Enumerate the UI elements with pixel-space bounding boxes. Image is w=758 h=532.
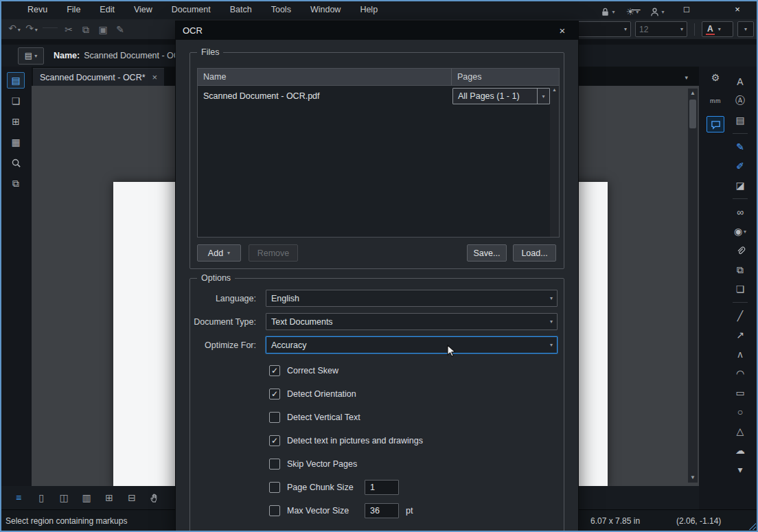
callout-tool-icon[interactable]: Ⓐ [731,93,749,109]
file-access-panel-icon[interactable]: ▤ [7,72,25,89]
two-page-view-icon[interactable]: ◫ [55,489,73,506]
save-button[interactable]: Save... [467,244,507,262]
copy-icon[interactable]: ⧉ [80,22,92,37]
checkbox-skip-vector-pages[interactable] [269,459,280,470]
input-page-chunk-size[interactable]: 1 [365,480,399,495]
cut-icon[interactable]: ✂ [62,22,75,37]
polyline-tool-icon[interactable]: ʌ [731,346,749,362]
hyperlink-tool-icon[interactable]: ∞ [731,204,749,220]
checkbox-detect-vertical-text[interactable] [269,412,280,423]
dialog-close-icon[interactable]: × [553,25,571,36]
checkbox-detect-orientation[interactable] [269,389,280,400]
arc-tool-icon[interactable]: ◠ [731,365,749,382]
checkbox-detect-text-in-pictures-and-drawings[interactable] [269,435,280,446]
tool-chest-panel-icon[interactable]: ▦ [7,134,25,150]
rectangle-tool-icon[interactable]: ▭ [731,384,749,401]
optimize-for-select[interactable]: Accuracy▾ [266,336,558,354]
vertical-scrollbar[interactable]: ▲ ▼ [688,89,698,483]
paste-icon[interactable]: ▣ [97,22,109,37]
cloud-tool-icon[interactable]: ☁ [731,442,749,459]
input-max-vector-size[interactable]: 36 [365,503,399,518]
document-type-row: Document Type: Text Documents▾ [190,313,564,330]
eraser-tool-icon[interactable]: ◪ [731,177,749,194]
redo-icon[interactable]: ↷▾ [25,21,38,38]
pan-tool-icon[interactable] [146,489,163,506]
brightness-icon[interactable]: ☀▾ [623,3,641,20]
menu-batch[interactable]: Batch [220,1,262,18]
chevron-down-icon: ▾ [744,26,747,32]
multi-page-view-icon[interactable]: ▥ [78,489,95,506]
snapshot-tool-icon[interactable]: ⧉ [731,262,749,278]
document-icon-button[interactable]: ▤▾ [18,47,44,65]
divider [733,198,748,199]
more-formatting-combo[interactable]: ▾ [737,21,754,37]
checkbox-max-vector-size[interactable] [269,505,280,516]
ocr-dialog-titlebar[interactable]: OCR × [176,21,578,40]
bookmarks-panel-icon[interactable]: ❏ [7,93,25,109]
thumbnails-panel-icon[interactable]: ⊞ [7,113,25,130]
file-row[interactable]: Scanned Document - OCR.pdfAll Pages (1 -… [198,86,550,106]
markups-list-toggle-icon[interactable]: ≡ [10,489,27,506]
search-panel-icon[interactable] [7,154,25,171]
checkbox-correct-skew[interactable] [269,365,280,376]
highlighter-tool-icon[interactable]: ✐ [731,158,749,174]
font-color-combo[interactable]: A▾ [702,21,733,37]
arrow-tool-icon[interactable]: ↗ [731,327,749,343]
scroll-up-icon[interactable]: ▲ [690,89,696,98]
scroll-down-icon[interactable]: ▼ [688,473,698,483]
lock-icon[interactable]: ▾ [599,3,617,20]
format-painter-icon[interactable]: ✎ [114,22,126,37]
close-button[interactable]: × [722,0,753,19]
stamp-tool-icon[interactable]: ◉▾ [731,223,749,240]
pages-select[interactable]: All Pages (1 - 1)▾ [452,88,550,104]
table-scrollbar[interactable]: ▲ [550,86,559,237]
markups-list-panel-icon[interactable]: ⧉ [7,175,25,192]
text-tool-icon[interactable]: A [731,73,749,90]
font-size-combo[interactable]: 12▾ [635,21,687,37]
measurements-panel-icon[interactable]: mm [707,93,724,109]
polygon-tool-icon[interactable]: △ [731,423,749,439]
menu-help[interactable]: Help [350,1,387,18]
load-button[interactable]: Load... [513,244,556,262]
column-header-pages[interactable]: Pages [452,69,559,85]
more-tools-icon[interactable]: ▾ [731,461,749,478]
menu-edit[interactable]: Edit [90,1,124,18]
menu-revu[interactable]: Revu [18,1,57,18]
chevron-down-icon: ▾ [227,250,230,256]
menu-view[interactable]: View [124,1,162,18]
undo-icon[interactable]: ↶▾ [8,21,21,38]
note-tool-icon[interactable]: ▤ [731,112,749,128]
chevron-down-icon: ▾ [718,26,721,32]
settings-gear-icon[interactable]: ⚙ [707,69,724,86]
document-type-value: Text Documents [266,317,546,327]
markup-chat-icon[interactable] [707,116,724,132]
menu-file[interactable]: File [57,1,90,18]
pen-tool-icon[interactable]: ✎ [731,139,749,155]
maximize-button[interactable]: □ [671,0,702,19]
language-select[interactable]: English▾ [266,290,558,307]
checkbox-page-chunk-size[interactable] [269,482,280,493]
checkbox-label: Page Chunk Size [287,483,365,492]
ellipse-tool-icon[interactable]: ○ [731,404,749,420]
resize-grip[interactable] [749,523,756,530]
single-page-view-icon[interactable]: ▯ [32,489,50,506]
line-tool-icon[interactable]: ╱ [731,308,749,324]
extract-pages-tool-icon[interactable]: ❏ [731,281,749,297]
attach-file-tool-icon[interactable] [731,242,749,259]
insert-page-icon[interactable]: ⊞ [100,489,118,506]
tab-overflow-chevron-icon[interactable]: ▾ [685,74,688,81]
scrollbar-thumb[interactable] [689,100,696,128]
remove-button[interactable]: Remove [249,244,298,262]
document-type-select[interactable]: Text Documents▾ [266,313,558,330]
column-header-name[interactable]: Name [198,69,452,85]
fit-page-icon[interactable]: ⊟ [123,489,141,506]
scroll-up-icon[interactable]: ▲ [550,86,559,94]
menu-window[interactable]: Window [301,1,350,18]
tab-close-icon[interactable]: × [152,72,158,82]
add-button[interactable]: Add▾ [197,244,241,262]
menu-tools[interactable]: Tools [262,1,301,18]
tab-scanned-document[interactable]: Scanned Document - OCR* × [33,68,164,86]
font-style-combo[interactable]: ▾ [572,21,631,37]
profile-icon[interactable]: ▾ [648,3,666,20]
menu-document[interactable]: Document [162,1,220,18]
